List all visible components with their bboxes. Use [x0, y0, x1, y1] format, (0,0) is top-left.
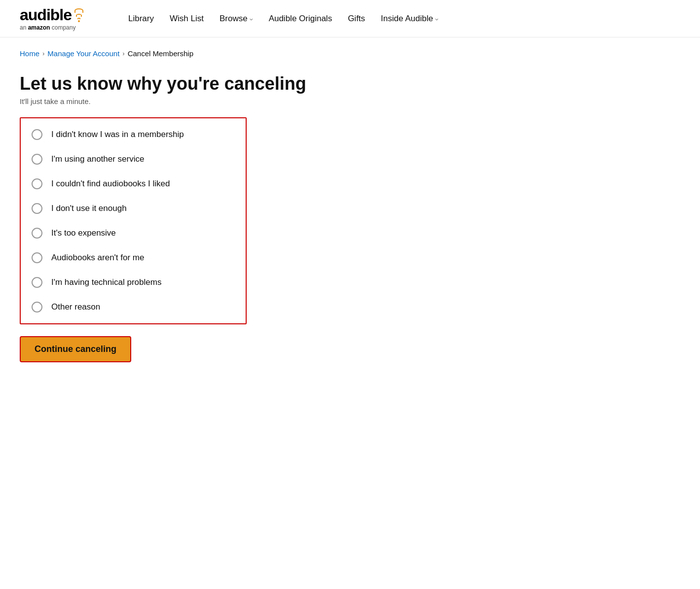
option-technical-problems[interactable]: I'm having technical problems	[21, 270, 246, 295]
logo-subtitle: an amazon company	[20, 24, 99, 31]
breadcrumb-sep-1: ›	[42, 50, 44, 57]
main-nav: Library Wish List Browse ⌵ Audible Origi…	[128, 14, 680, 24]
nav-library[interactable]: Library	[128, 14, 154, 24]
breadcrumb-home[interactable]: Home	[20, 49, 39, 58]
radio-other-reason[interactable]	[32, 302, 42, 312]
option-technical-problems-label: I'm having technical problems	[51, 277, 161, 287]
logo-area: audible an amazon company	[20, 6, 99, 31]
breadcrumb-sep-2: ›	[122, 50, 124, 57]
option-couldnt-find-label: I couldn't find audiobooks I liked	[51, 179, 170, 189]
audible-wifi-icon	[74, 8, 83, 22]
option-another-service[interactable]: I'm using another service	[21, 147, 246, 172]
breadcrumb-manage-account[interactable]: Manage Your Account	[47, 49, 119, 58]
option-dont-use[interactable]: I don't use it enough	[21, 196, 246, 221]
nav-wishlist[interactable]: Wish List	[170, 14, 204, 24]
option-not-for-me-label: Audiobooks aren't for me	[51, 253, 144, 263]
radio-couldnt-find[interactable]	[32, 178, 42, 189]
option-too-expensive[interactable]: It's too expensive	[21, 221, 246, 245]
option-other-reason-label: Other reason	[51, 302, 100, 312]
cancellation-reasons-box: I didn't know I was in a membership I'm …	[20, 117, 247, 324]
nav-audible-originals[interactable]: Audible Originals	[269, 14, 332, 24]
logo-word: audible	[20, 6, 72, 24]
option-didnt-know[interactable]: I didn't know I was in a membership	[21, 122, 246, 147]
option-other-reason[interactable]: Other reason	[21, 295, 246, 319]
nav-inside-audible[interactable]: Inside Audible ⌵	[381, 14, 439, 24]
option-dont-use-label: I don't use it enough	[51, 204, 127, 213]
nav-browse[interactable]: Browse ⌵	[220, 14, 253, 24]
breadcrumb: Home › Manage Your Account › Cancel Memb…	[0, 37, 700, 58]
radio-not-for-me[interactable]	[32, 252, 42, 263]
option-another-service-label: I'm using another service	[51, 154, 144, 164]
breadcrumb-current-page: Cancel Membership	[128, 49, 193, 58]
option-couldnt-find[interactable]: I couldn't find audiobooks I liked	[21, 172, 246, 196]
option-didnt-know-label: I didn't know I was in a membership	[51, 130, 184, 139]
inside-audible-chevron-icon: ⌵	[435, 15, 439, 22]
option-not-for-me[interactable]: Audiobooks aren't for me	[21, 245, 246, 270]
radio-too-expensive[interactable]	[32, 228, 42, 239]
continue-canceling-button[interactable]: Continue canceling	[20, 336, 131, 362]
logo-text: audible	[20, 6, 99, 24]
radio-dont-use[interactable]	[32, 203, 42, 214]
header: audible an amazon company Library Wish L…	[0, 0, 700, 37]
radio-technical-problems[interactable]	[32, 277, 42, 288]
page-title: Let us know why you're canceling	[20, 73, 326, 94]
option-too-expensive-label: It's too expensive	[51, 228, 116, 238]
radio-didnt-know[interactable]	[32, 129, 42, 140]
page-subtitle: It'll just take a minute.	[20, 97, 326, 105]
browse-chevron-icon: ⌵	[250, 15, 253, 22]
radio-another-service[interactable]	[32, 154, 42, 165]
main-content: Let us know why you're canceling It'll j…	[0, 58, 345, 378]
nav-gifts[interactable]: Gifts	[348, 14, 365, 24]
